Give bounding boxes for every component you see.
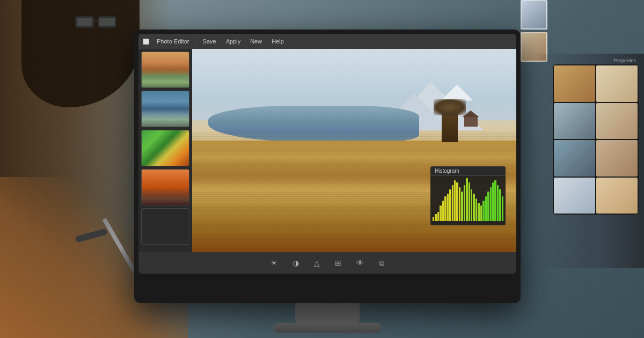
histogram-bar-0 — [433, 217, 434, 221]
histogram-bar-5 — [444, 196, 446, 221]
histogram-title: Histogram — [430, 166, 506, 176]
crop-tool[interactable]: ⊞ — [333, 256, 343, 269]
glasses-bridge — [94, 20, 98, 22]
help-button[interactable]: Help — [267, 37, 288, 46]
histogram-bar-21 — [482, 201, 484, 221]
laptop-screen — [553, 64, 639, 215]
histogram-bar-19 — [478, 203, 479, 221]
monitor: ⬜ Photo Editor Save Apply New Help — [134, 30, 521, 303]
laptop-photo-3 — [554, 103, 595, 139]
histogram-bar-7 — [449, 189, 451, 221]
thumbnail-panel — [138, 49, 192, 252]
laptop-properties-label: Properties — [614, 58, 636, 63]
main-image-area: Histogram — [192, 49, 516, 252]
wall-photo-1 — [521, 0, 547, 30]
barn — [464, 116, 478, 127]
laptop-photo-grid — [553, 64, 639, 215]
histogram-bar-4 — [442, 201, 444, 221]
monitor-base — [274, 323, 381, 333]
histogram-bar-12 — [461, 192, 463, 221]
glasses-left-lens — [75, 16, 94, 28]
eye-tool[interactable]: 👁 — [354, 256, 366, 269]
shrub — [442, 110, 458, 142]
app-toolbar: ⬜ Photo Editor Save Apply New Help — [138, 34, 516, 49]
glasses — [75, 16, 118, 32]
histogram-bar-23 — [487, 192, 489, 221]
histogram-bar-11 — [459, 187, 460, 221]
thumbnail-1[interactable] — [141, 52, 189, 88]
layers-tool[interactable]: ⧉ — [377, 256, 386, 270]
histogram-bar-24 — [490, 187, 492, 221]
histogram-bar-17 — [473, 194, 474, 221]
thumbnail-2[interactable] — [141, 91, 189, 127]
menu-photo-editor[interactable]: Photo Editor — [152, 37, 194, 46]
histogram-bar-13 — [464, 185, 465, 221]
histogram-chart — [430, 176, 506, 223]
histogram-bar-1 — [435, 214, 436, 221]
laptop-photo-1 — [554, 65, 595, 102]
histogram-bar-3 — [440, 205, 441, 221]
histogram-bar-25 — [492, 182, 494, 221]
save-button[interactable]: Save — [199, 37, 221, 46]
app-icon: ⬜ — [143, 39, 149, 45]
histogram-bar-9 — [454, 180, 456, 221]
histogram-bar-6 — [447, 194, 449, 221]
new-button[interactable]: New — [246, 37, 266, 46]
contrast-tool[interactable]: ◑ — [290, 256, 301, 269]
laptop-photo-5 — [554, 140, 595, 177]
monitor-stand — [295, 303, 360, 325]
laptop-photo-8 — [596, 178, 638, 214]
laptop-photo-4 — [596, 103, 638, 139]
monitor-screen: ⬜ Photo Editor Save Apply New Help — [138, 34, 516, 274]
laptop-photo-6 — [596, 140, 638, 177]
histogram-bar-16 — [471, 189, 472, 221]
histogram-bar-26 — [494, 180, 496, 221]
laptop-photo-7 — [554, 178, 595, 214]
histogram-bar-10 — [456, 182, 458, 221]
histogram-bar-20 — [480, 205, 482, 221]
thumbnail-3[interactable] — [141, 130, 189, 166]
levels-tool[interactable]: △ — [312, 256, 322, 269]
histogram-panel: Histogram — [430, 166, 506, 225]
histogram-bar-2 — [437, 212, 439, 221]
thumbnail-5[interactable] — [141, 208, 189, 245]
histogram-bar-28 — [499, 189, 501, 221]
histogram-bar-29 — [502, 196, 503, 221]
glasses-right-lens — [98, 16, 116, 28]
toolbar-divider-1 — [196, 37, 196, 46]
histogram-bar-8 — [452, 185, 453, 221]
histogram-bar-22 — [485, 196, 487, 221]
brightness-tool[interactable]: ☀ — [268, 256, 280, 269]
histogram-bar-15 — [469, 182, 470, 221]
histogram-bar-14 — [466, 178, 467, 221]
histogram-bar-18 — [475, 199, 477, 221]
thumbnail-4[interactable] — [141, 169, 189, 205]
histogram-bar-27 — [497, 185, 499, 221]
apply-button[interactable]: Apply — [222, 37, 245, 46]
bottom-toolbar: ☀ ◑ △ ⊞ 👁 ⧉ — [138, 252, 516, 274]
laptop-photo-2 — [596, 65, 638, 102]
